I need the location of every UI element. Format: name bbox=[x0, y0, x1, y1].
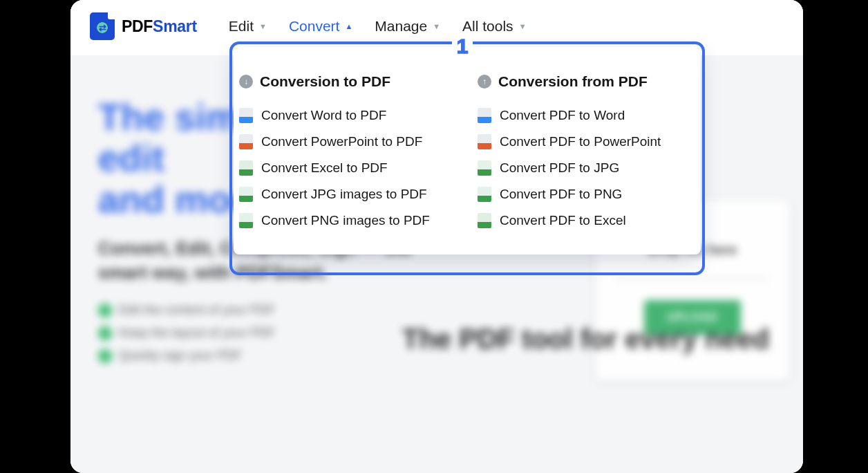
check-icon: ✓ bbox=[98, 304, 112, 317]
convert-dropdown: ↓ Conversion to PDF Convert Word to PDF … bbox=[234, 47, 701, 254]
xls-file-icon bbox=[239, 160, 253, 176]
chevron-up-icon: ▲ bbox=[345, 22, 352, 30]
xls-file-icon bbox=[478, 213, 491, 228]
logo-icon: ⇄ bbox=[90, 12, 115, 40]
jpg-file-icon bbox=[239, 187, 253, 202]
nav-convert[interactable]: Convert ▲ bbox=[289, 18, 352, 35]
menu-label: Convert PDF to Word bbox=[500, 108, 625, 123]
logo-suffix: Smart bbox=[153, 17, 197, 35]
dropdown-heading-label: Conversion to PDF bbox=[260, 73, 390, 90]
hero-sub-line2: smart way, with PDFSmart. bbox=[98, 261, 513, 285]
doc-file-icon bbox=[478, 108, 491, 123]
jpg-file-icon bbox=[478, 160, 491, 176]
menu-png-to-pdf[interactable]: Convert PNG images to PDF bbox=[239, 207, 457, 234]
dropdown-heading-to-pdf: ↓ Conversion to PDF bbox=[239, 73, 457, 90]
logo[interactable]: ⇄ PDFSmart bbox=[90, 12, 197, 40]
step-badge: 1 bbox=[452, 33, 473, 60]
nav-alltools[interactable]: All tools ▼ bbox=[462, 18, 526, 35]
nav-manage-label: Manage bbox=[375, 18, 427, 35]
menu-label: Convert PowerPoint to PDF bbox=[261, 134, 422, 149]
menu-pdf-to-excel[interactable]: Convert PDF to Excel bbox=[478, 207, 695, 234]
menu-label: Convert Excel to PDF bbox=[261, 160, 388, 176]
divider bbox=[616, 279, 768, 279]
dropdown-col-to-pdf: ↓ Conversion to PDF Convert Word to PDF … bbox=[239, 73, 457, 234]
menu-label: Convert PNG images to PDF bbox=[261, 213, 430, 228]
nav-manage[interactable]: Manage ▼ bbox=[375, 18, 440, 35]
arrow-up-circle-icon: ↑ bbox=[478, 75, 491, 89]
chevron-down-icon: ▼ bbox=[519, 22, 527, 30]
logo-text: PDFSmart bbox=[122, 17, 197, 36]
menu-label: Convert Word to PDF bbox=[261, 108, 386, 123]
hero-bullet-text: Edit the content of your PDF bbox=[119, 303, 275, 317]
menu-pdf-to-ppt[interactable]: Convert PDF to PowerPoint bbox=[478, 129, 695, 155]
menu-label: Convert PDF to PNG bbox=[500, 187, 622, 202]
doc-file-icon bbox=[239, 108, 253, 123]
check-icon: ✓ bbox=[98, 326, 112, 340]
png-file-icon bbox=[239, 213, 253, 228]
dropdown-heading-label: Conversion from PDF bbox=[498, 73, 648, 90]
footer-headline: The PDF tool for every need bbox=[402, 324, 769, 355]
app-window: ⇄ PDFSmart Edit ▼ Convert ▲ Manage ▼ All… bbox=[70, 0, 803, 473]
menu-excel-to-pdf[interactable]: Convert Excel to PDF bbox=[239, 155, 457, 181]
menu-jpg-to-pdf[interactable]: Convert JPG images to PDF bbox=[239, 181, 457, 207]
nav-edit-label: Edit bbox=[229, 18, 254, 35]
menu-word-to-pdf[interactable]: Convert Word to PDF bbox=[239, 102, 457, 129]
menu-pdf-to-png[interactable]: Convert PDF to PNG bbox=[478, 181, 695, 207]
dropdown-col-from-pdf: ↑ Conversion from PDF Convert PDF to Wor… bbox=[478, 73, 695, 234]
menu-label: Convert PDF to PowerPoint bbox=[500, 134, 661, 149]
ppt-file-icon bbox=[478, 134, 491, 149]
menu-pdf-to-word[interactable]: Convert PDF to Word bbox=[478, 102, 695, 129]
arrow-down-circle-icon: ↓ bbox=[239, 75, 253, 89]
menu-label: Convert PDF to JPG bbox=[500, 160, 619, 176]
chevron-down-icon: ▼ bbox=[433, 22, 440, 30]
menu-label: Convert PDF to Excel bbox=[500, 213, 626, 228]
nav-edit[interactable]: Edit ▼ bbox=[229, 18, 267, 35]
logo-prefix: PDF bbox=[122, 17, 153, 35]
chevron-down-icon: ▼ bbox=[259, 22, 267, 30]
nav-convert-label: Convert bbox=[289, 18, 340, 35]
hero-bullet-text: Keep the layout of your PDF bbox=[119, 326, 275, 340]
png-file-icon bbox=[478, 187, 491, 202]
check-icon: ✓ bbox=[98, 349, 112, 363]
ppt-file-icon bbox=[239, 134, 253, 149]
menu-ppt-to-pdf[interactable]: Convert PowerPoint to PDF bbox=[239, 129, 457, 155]
main-nav: Edit ▼ Convert ▲ Manage ▼ All tools ▼ bbox=[229, 18, 527, 35]
dropdown-heading-from-pdf: ↑ Conversion from PDF bbox=[478, 73, 695, 90]
hero-bullet-text: Quickly sign your PDF bbox=[119, 349, 242, 363]
menu-label: Convert JPG images to PDF bbox=[261, 187, 427, 202]
menu-pdf-to-jpg[interactable]: Convert PDF to JPG bbox=[478, 155, 695, 181]
